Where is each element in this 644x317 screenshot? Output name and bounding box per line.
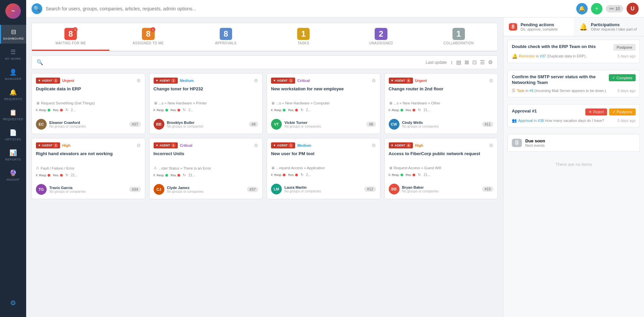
f-resp-label-7: F. Resp. [271,173,285,177]
priority-3: Critical [297,79,310,83]
f-resp-label-6: F. Resp. [154,174,168,177]
card-8[interactable]: ▼ AGENT 4 High ⚙ Access to FiberCorp pub… [384,138,498,199]
bell-outline-icon: 🔔 [579,23,588,31]
search-input[interactable] [46,6,573,11]
card-gear-8[interactable]: ⚙ [489,143,493,148]
card-gear-6[interactable]: ⚙ [254,143,258,148]
tab-assigned-badge: 1 [151,27,155,32]
app-logo[interactable]: ~ [5,3,21,19]
pending-item-3-header: Approval #1 ✕ Reject ✓ Postpone [512,108,636,116]
task-text-2: Task in #6 (Incoming Mail Server appears… [517,89,606,93]
reminder-text-1: Reminder in #37 (Duplicate data in ERP). [519,54,587,58]
card-3[interactable]: ▼ AGENT 1 Critical ⚙ New workstation for… [267,73,380,134]
priority-4: Urgent [415,79,427,83]
tab-approvals-label: APPROVALS [215,41,236,45]
postpone-button-1[interactable]: Postpone [613,44,636,51]
task-icon-2: ☰ [512,88,516,93]
card-4-header: ▼ AGENT 4 Urgent ⚙ [389,78,494,84]
due-sub: Next events [525,143,545,147]
list-icon[interactable]: ☰ [480,59,485,65]
card-7-footer: LM Laura Martin No groups or companies #… [271,184,376,194]
sidebar-item-insight[interactable]: 🔮 INSIGHT [0,166,26,185]
user-avatar[interactable]: U [627,3,639,15]
card-2[interactable]: ▼ AGENT 1 Medium ⚙ Change toner for HP23… [149,73,263,134]
tab-unassigned[interactable]: 2 UNASSIGNED [342,23,420,51]
card-gear-3[interactable]: ⚙ [372,78,376,83]
sidebar-item-manager[interactable]: 👤 MANAGER [0,65,26,84]
card-7-person: Laura Martin No groups or companies [284,185,362,193]
right-tab-participations[interactable]: 🔔 Participations Other requests I take p… [574,17,644,36]
card-2-category: 🖥...s » New Hardware » Printer [154,101,259,105]
priority-icon[interactable]: ⊠ [465,59,469,65]
add-button[interactable]: ＋ [591,3,602,14]
card-7-title: New user for PM tool [271,151,376,163]
priority-8: High [415,143,423,147]
reject-button-3[interactable]: ✕ Reject [585,108,607,116]
sidebar-item-requested[interactable]: 📋 REQUESTED [0,105,26,124]
card-gear-1[interactable]: ⚙ [137,78,141,83]
card-6[interactable]: ▼ AGENT 1 Critical ⚙ Incorrect Units ⚠..… [149,138,263,199]
card-1[interactable]: ▼ AGENT 1 Urgent ⚙ Duplicate data in ERP… [32,73,145,134]
notifications-button[interactable]: 🔔 [576,3,588,14]
card-4-footer: CW Cindy Wells No groups or companies #1… [389,119,494,130]
sidebar-item-label: REQUESTS [4,97,22,101]
card-8-bars: F. Resp. Res. ↻ 21... [389,173,494,180]
view-toggle-icon[interactable]: ▤ [456,59,461,65]
card-4-title: Change router in 2nd floor [389,86,494,98]
card-2-number: #9 [249,122,258,127]
card-5[interactable]: ▼ AGENT 1 High ⚙ Right hand elevators ar… [32,138,145,199]
card-gear-4[interactable]: ⚙ [489,78,493,83]
card-8-header: ▼ AGENT 4 High ⚙ [389,142,494,148]
right-tab-pending[interactable]: 8 Pending actions Do, approve, complete [503,17,574,36]
card-7-avatar: LM [271,184,282,194]
sync-icon-1: ↻ [65,108,68,112]
search-button[interactable]: 🔍 [32,3,42,14]
tab-tasks[interactable]: 1 TASKS [265,23,342,51]
card-4[interactable]: ▼ AGENT 4 Urgent ⚙ Change router in 2nd … [384,73,498,134]
card-gear-5[interactable]: ⚙ [137,143,141,148]
sidebar-item-label: INSIGHT [6,178,20,181]
settings-icon[interactable]: ⚙ [488,59,493,65]
expand-icon[interactable]: ⊡ [472,59,477,65]
sidebar-item-requests[interactable]: 🔔 REQUESTS [0,85,26,104]
due-title: Due soon [525,138,545,143]
sidebar-item-label: ARTICLES [5,138,21,141]
pending-item-1-meta: 🔔 Reminder in #37 (Duplicate data in ERP… [512,53,636,59]
last-update-label: Last update [426,60,447,65]
sidebar-item-bottom[interactable]: ⚙ [10,296,16,310]
card-8-title: Access to FiberCorp public network reque… [389,151,494,163]
card-3-title: New workstation for new employee [271,86,376,98]
dashboard-icon: ⊟ [11,28,16,36]
filter-search-input[interactable] [47,60,422,65]
sidebar-item-mywork[interactable]: ☰ MY WORK [0,45,26,64]
meta-time-3: 5 days ago [618,119,636,123]
tab-collaboration[interactable]: 1 COLLABORATION [420,23,497,51]
card-4-number: #11 [482,122,493,127]
sidebar-item-articles[interactable]: 📄 ARTICLES [0,126,26,144]
card-6-bars: F. Resp. Res. ↻ 21... [154,173,259,180]
tab-waiting[interactable]: 8 1 WAITING FOR ME [32,23,109,51]
f-resp-label-3: F. Resp. [271,108,285,112]
sidebar-item-dashboard[interactable]: ⊟ DASHBOARD [0,25,26,44]
tab-assigned[interactable]: 8 1 ASSIGNED TO ME [109,23,187,51]
card-3-header: ▼ AGENT 1 Critical ⚙ [271,78,376,84]
card-2-title: Change toner for HP232 [154,86,259,98]
right-top-tabs: 8 Pending actions Do, approve, complete … [503,17,644,36]
postpone-button-3[interactable]: ✓ Postpone [609,108,636,116]
left-panel: 8 1 WAITING FOR ME 8 1 ASSIGNED TO ME 8 [26,17,503,317]
complete-button-2[interactable]: ✓ Complete [609,74,636,81]
requested-icon: 📋 [9,109,17,116]
card-gear-7[interactable]: ⚙ [372,143,376,148]
tab-approvals[interactable]: 8 APPROVALS [187,23,265,51]
res-label-8: Res. [406,173,416,177]
right-tab-pending-info: Pending actions Do, approve, complete [521,22,558,31]
sidebar-item-label: REPORTS [5,158,21,161]
manager-icon: 👤 [9,69,17,76]
card-7[interactable]: ▼ AGENT 1 Medium ⚙ New user for PM tool … [267,138,380,199]
f-resp-label-4: F. Resp. [389,108,403,112]
sidebar-item-reports[interactable]: 📊 REPORTS [0,146,26,165]
sort-icon[interactable]: ↕ [450,59,453,65]
card-gear-2[interactable]: ⚙ [254,78,258,83]
pending-item-3-title: Approval #1 [512,108,583,114]
tabs-container: 8 1 WAITING FOR ME 8 1 ASSIGNED TO ME 8 [32,23,498,51]
